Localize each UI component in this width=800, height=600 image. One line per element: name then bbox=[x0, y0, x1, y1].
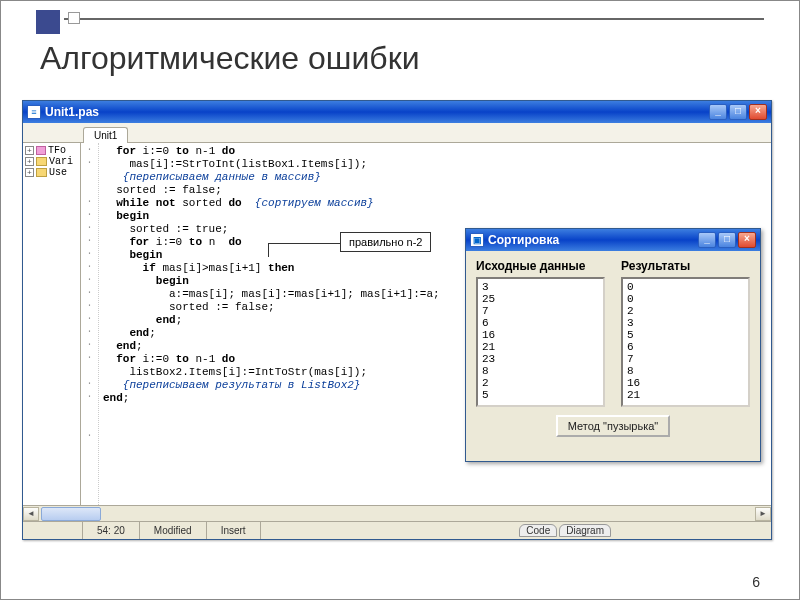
tree-item: +TFo bbox=[25, 145, 78, 156]
hscrollbar[interactable]: ◄ ► bbox=[23, 505, 771, 521]
minimize-button[interactable]: _ bbox=[698, 232, 716, 248]
scroll-right-button[interactable]: ► bbox=[755, 507, 771, 521]
app-title: Сортировка bbox=[488, 233, 559, 247]
input-label: Исходные данные bbox=[476, 259, 605, 273]
editor-tab-row: Unit1 bbox=[23, 123, 771, 143]
tab-code[interactable]: Code bbox=[519, 524, 557, 537]
callout-connector bbox=[268, 243, 269, 257]
callout-text: правильно n-2 bbox=[349, 236, 422, 248]
status-insert: Insert bbox=[207, 522, 261, 539]
input-listbox[interactable]: 32576162123825 bbox=[476, 277, 605, 407]
close-button[interactable]: × bbox=[738, 232, 756, 248]
code-gutter: ·················· bbox=[81, 143, 99, 505]
tab-unit1[interactable]: Unit1 bbox=[83, 127, 128, 143]
tree-item: +Use bbox=[25, 167, 78, 178]
app-icon: ▣ bbox=[470, 233, 484, 247]
app-window: ▣ Сортировка _ □ × Исходные данные 32576… bbox=[465, 228, 761, 462]
accent-block bbox=[36, 10, 60, 34]
minimize-button[interactable]: _ bbox=[709, 104, 727, 120]
maximize-button[interactable]: □ bbox=[718, 232, 736, 248]
tree-item: +Vari bbox=[25, 156, 78, 167]
page-title: Алгоритмические ошибки bbox=[40, 40, 420, 77]
editor-title: Unit1.pas bbox=[45, 105, 99, 119]
file-icon: ≡ bbox=[27, 105, 41, 119]
slide-number: 6 bbox=[752, 574, 760, 590]
scroll-left-button[interactable]: ◄ bbox=[23, 507, 39, 521]
callout-box: правильно n-2 bbox=[340, 232, 431, 252]
tab-diagram[interactable]: Diagram bbox=[559, 524, 611, 537]
status-bar: 54: 20 Modified Insert Code Diagram bbox=[23, 521, 771, 539]
maximize-button[interactable]: □ bbox=[729, 104, 747, 120]
app-titlebar[interactable]: ▣ Сортировка _ □ × bbox=[466, 229, 760, 251]
output-listbox[interactable]: 002356781621 bbox=[621, 277, 750, 407]
scroll-thumb[interactable] bbox=[41, 507, 101, 521]
accent-square bbox=[68, 12, 80, 24]
output-label: Результаты bbox=[621, 259, 750, 273]
form-icon bbox=[36, 146, 46, 155]
accent-rule bbox=[64, 18, 764, 20]
folder-icon bbox=[36, 157, 47, 166]
structure-tree[interactable]: +TFo +Vari +Use bbox=[23, 143, 81, 505]
sort-button[interactable]: Метод "пузырька" bbox=[556, 415, 671, 437]
callout-connector bbox=[268, 243, 340, 244]
status-modified: Modified bbox=[140, 522, 207, 539]
folder-icon bbox=[36, 168, 47, 177]
status-pos: 54: 20 bbox=[83, 522, 140, 539]
editor-titlebar[interactable]: ≡ Unit1.pas _ □ × bbox=[23, 101, 771, 123]
close-button[interactable]: × bbox=[749, 104, 767, 120]
